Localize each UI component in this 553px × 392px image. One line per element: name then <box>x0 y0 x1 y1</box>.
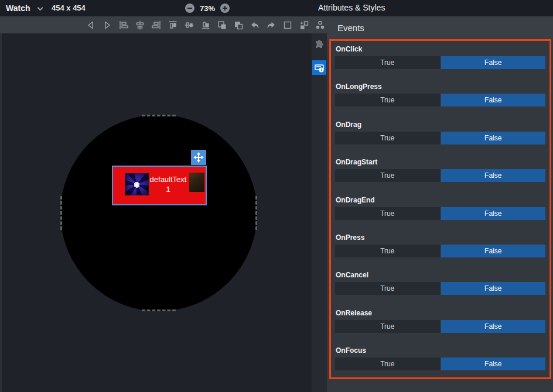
align-left-icon[interactable] <box>118 19 129 30</box>
event-row: OnDragStart True False <box>331 158 549 191</box>
event-toggle: True False <box>335 207 545 220</box>
top-bar: Watch 454 x 454 73% Attributes & Styles <box>0 0 553 16</box>
watch-face-circle <box>60 115 257 311</box>
events-list: OnClick True False OnLongPress True Fals… <box>331 45 549 379</box>
redo-icon[interactable] <box>265 19 277 30</box>
align-center-horizontal-icon[interactable] <box>134 19 146 30</box>
widget-text-line2: 1 <box>147 184 189 194</box>
event-name-label: OnDrag <box>336 121 549 129</box>
widget-info-icon[interactable]: i <box>312 60 326 75</box>
previous-icon[interactable] <box>85 19 97 30</box>
event-false-button[interactable]: False <box>441 94 546 106</box>
event-false-button[interactable]: False <box>441 282 546 295</box>
align-middle-vertical-icon[interactable] <box>183 19 195 30</box>
event-false-button[interactable]: False <box>441 357 546 370</box>
widget-text: defaultText 1 <box>147 174 189 194</box>
puzzle-icon[interactable] <box>314 39 325 50</box>
event-false-button[interactable]: False <box>441 320 546 333</box>
event-true-button[interactable]: True <box>335 282 440 295</box>
selected-widget[interactable]: defaultText 1 <box>112 166 207 205</box>
device-selector-dropdown[interactable]: Watch <box>6 0 41 16</box>
events-panel: OnClick True False OnLongPress True Fals… <box>329 39 551 379</box>
attributes-styles-title: Attributes & Styles <box>318 0 385 16</box>
zoom-in-icon[interactable] <box>220 4 230 13</box>
guide-dash-left <box>60 196 62 230</box>
align-right-icon[interactable] <box>151 19 162 30</box>
event-false-button[interactable]: False <box>441 207 546 220</box>
event-true-button[interactable]: True <box>335 357 440 370</box>
app-window: Watch 454 x 454 73% Attributes & Styles <box>0 0 553 392</box>
event-row: OnLongPress True False <box>331 82 549 116</box>
panel-icon-strip: i <box>312 33 327 392</box>
send-backward-icon[interactable] <box>233 19 244 30</box>
chevron-down-icon <box>37 5 43 11</box>
widget-image-right <box>189 173 204 192</box>
event-toggle: True False <box>335 357 545 370</box>
guide-dash-bottom <box>142 310 176 311</box>
event-name-label: OnClick <box>336 45 549 53</box>
event-name-label: OnFocus <box>336 346 549 355</box>
next-icon[interactable] <box>101 19 113 30</box>
event-name-label: OnRelease <box>336 309 549 317</box>
event-row: OnClick True False <box>331 45 549 78</box>
hierarchy-icon[interactable] <box>314 19 326 30</box>
event-row: OnDragEnd True False <box>331 196 549 229</box>
align-top-icon[interactable] <box>167 19 179 30</box>
event-toggle: True False <box>335 56 545 69</box>
move-icon <box>192 151 205 164</box>
svg-text:i: i <box>321 68 322 72</box>
marquee-select-icon[interactable] <box>282 19 293 30</box>
zoom-level-label: 73% <box>200 4 215 13</box>
align-bottom-icon[interactable] <box>200 19 211 30</box>
event-name-label: OnPress <box>336 233 549 242</box>
event-true-button[interactable]: True <box>335 320 440 333</box>
event-row: OnPress True False <box>331 233 549 267</box>
event-row: OnCancel True False <box>331 271 549 304</box>
event-toggle: True False <box>335 94 545 106</box>
guide-dash-right <box>255 196 257 230</box>
event-name-label: OnLongPress <box>336 82 549 91</box>
event-row: OnDrag True False <box>331 121 549 154</box>
event-name-label: OnCancel <box>336 271 549 279</box>
event-toggle: True False <box>335 245 545 257</box>
event-true-button[interactable]: True <box>335 207 440 220</box>
event-true-button[interactable]: True <box>335 94 440 106</box>
event-false-button[interactable]: False <box>441 245 546 257</box>
event-toggle: True False <box>335 132 545 145</box>
canvas-toolbar <box>0 16 327 33</box>
event-false-button[interactable]: False <box>441 56 546 69</box>
events-section-header: Events <box>327 16 553 40</box>
event-false-button[interactable]: False <box>441 132 546 145</box>
canvas-dimensions-label: 454 x 454 <box>52 0 86 16</box>
zoom-controls: 73% <box>185 0 230 16</box>
event-false-button[interactable]: False <box>441 169 546 182</box>
event-row: OnFocus True False <box>331 346 549 379</box>
event-toggle: True False <box>335 320 545 333</box>
device-selector-label: Watch <box>6 4 30 13</box>
event-true-button[interactable]: True <box>335 169 440 182</box>
group-icon[interactable] <box>298 19 310 30</box>
design-canvas: defaultText 1 <box>0 33 312 392</box>
event-true-button[interactable]: True <box>335 56 440 69</box>
bring-forward-icon[interactable] <box>216 19 228 30</box>
zoom-out-icon[interactable] <box>185 4 194 13</box>
move-handle[interactable] <box>191 150 206 165</box>
event-name-label: OnDragEnd <box>336 196 549 204</box>
event-name-label: OnDragStart <box>336 158 549 166</box>
widget-text-line1: defaultText <box>147 174 189 184</box>
attributes-panel: Events OnClick True False OnLongPress Tr… <box>327 16 553 392</box>
undo-icon[interactable] <box>249 19 261 30</box>
event-row: OnRelease True False <box>331 309 549 342</box>
event-true-button[interactable]: True <box>335 132 440 145</box>
event-toggle: True False <box>335 282 545 295</box>
event-true-button[interactable]: True <box>335 245 440 257</box>
event-toggle: True False <box>335 169 545 182</box>
widget-image-left <box>125 173 149 195</box>
guide-dash-top <box>142 115 176 116</box>
